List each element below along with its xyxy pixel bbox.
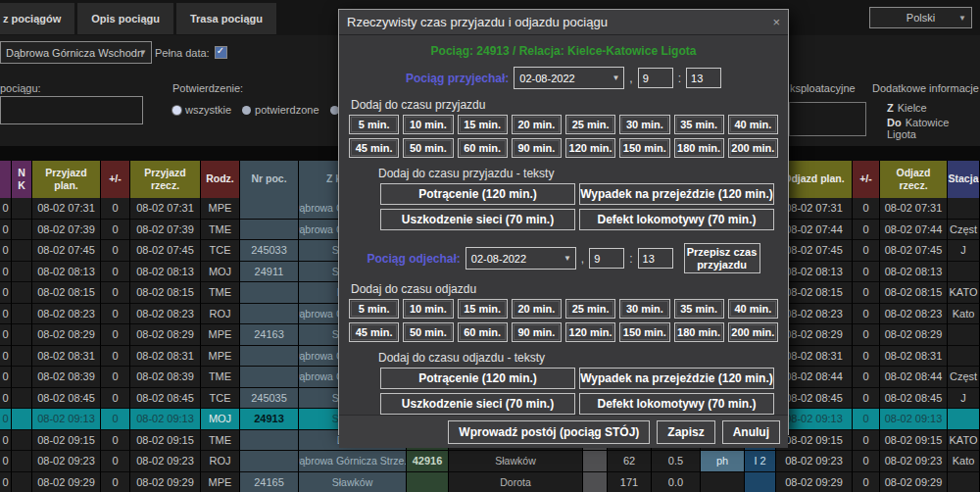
radio-icon[interactable] <box>242 106 251 115</box>
arrival-add-minutes-button[interactable]: 45 min. <box>349 138 399 158</box>
tab-3[interactable]: Trasa pociągu <box>176 3 276 34</box>
arrival-add-minutes-button[interactable]: 30 min. <box>619 115 669 134</box>
departure-add-minutes-button[interactable]: 150 min. <box>619 322 669 342</box>
departure-add-minutes-button[interactable]: 200 min. <box>728 322 778 342</box>
departure-date-select[interactable]: 02-08-2022 ▼ <box>466 247 576 270</box>
train-relation-info: Pociąg: 24913 / Relacja: Kielce-Katowice… <box>349 44 778 58</box>
cell-nr1: 24911 <box>240 262 299 283</box>
arrival-time-row: Pociąg przyjechał: 02-08-2022 ▼ , : <box>349 67 778 89</box>
language-select[interactable]: Polski ▼ <box>869 7 972 28</box>
cell-rodz: MPE <box>201 324 240 346</box>
radio-icon[interactable] <box>172 106 181 115</box>
arrival-minute-input[interactable] <box>686 68 721 88</box>
cell-nk <box>12 240 32 262</box>
departure-add-minutes-button[interactable]: 30 min. <box>619 299 669 319</box>
departure-add-text-button[interactable]: Uszkodzenie sieci (70 min.) <box>380 393 575 415</box>
cell-arr_real: 08-02 09:23 <box>130 451 201 472</box>
departure-add-minutes-button[interactable]: 5 min. <box>349 299 399 319</box>
departure-add-minutes-button[interactable]: 15 min. <box>458 299 508 319</box>
tab-2[interactable]: Opis pociągu <box>77 3 173 34</box>
cell-arr_plan: 08-02 08:23 <box>32 304 101 325</box>
cell-b: 0.0 <box>652 472 701 492</box>
departure-add-minutes-button[interactable]: 20 min. <box>512 299 562 319</box>
arrival-add-text-button[interactable]: Potrącenie (120 min.) <box>380 183 575 205</box>
close-icon[interactable]: × <box>772 15 780 29</box>
station-select[interactable]: Dąbrowa Górnicza Wschodn ▼ <box>0 41 152 64</box>
arrival-add-text-button[interactable]: Uszkodzenie sieci (70 min.) <box>380 209 575 230</box>
arrival-add-minutes-button[interactable]: 120 min. <box>565 138 615 158</box>
comma-separator: , <box>629 72 632 85</box>
cell-dep_real: 08-02 07:31 <box>880 198 948 220</box>
arrival-add-minutes-button[interactable]: 35 min. <box>674 115 724 134</box>
arrival-date-select[interactable]: 02-08-2022 ▼ <box>514 67 624 89</box>
departure-add-minutes-button[interactable]: 25 min. <box>565 299 615 319</box>
full-date-checkbox[interactable] <box>215 46 227 59</box>
cell-arr_plan: 08-02 09:15 <box>32 430 101 452</box>
departure-minute-input[interactable] <box>638 248 673 269</box>
cell-st <box>948 198 980 220</box>
arrival-add-minutes-button[interactable]: 20 min. <box>512 115 562 134</box>
table-row[interactable]: 008-02 09:23008-02 09:23ROJDąbrowa Górni… <box>0 451 980 472</box>
arrival-add-minutes-button[interactable]: 50 min. <box>403 138 453 158</box>
cell-st <box>948 346 980 368</box>
cell-arr_real: 08-02 08:29 <box>130 324 201 346</box>
colon-separator: : <box>629 252 632 266</box>
train-number-input[interactable] <box>0 96 143 124</box>
cell-nk <box>12 451 32 472</box>
arrival-add-minutes-button[interactable]: 150 min. <box>619 138 669 158</box>
cell-arr_real: 08-02 08:13 <box>130 262 201 283</box>
departure-add-minutes-button[interactable]: 35 min. <box>674 299 724 319</box>
arrival-add-minutes-button[interactable]: 40 min. <box>728 115 778 134</box>
copy-arrival-time-button[interactable]: Przepisz czas przyjazdu <box>684 243 760 273</box>
departure-add-minutes-button[interactable]: 90 min. <box>512 322 562 342</box>
cell-rodz: TCE <box>201 240 240 262</box>
cell-c0: 0 <box>0 198 12 220</box>
arrival-add-minutes-button[interactable]: 15 min. <box>458 115 508 134</box>
cell-d1: 0 <box>101 304 130 325</box>
confirmation-option-potwierdzone[interactable]: potwierdzone <box>242 104 318 116</box>
enter-stop-button[interactable]: Wprowadź postój (pociąg STÓJ) <box>448 420 650 444</box>
cancel-button[interactable]: Anuluj <box>722 420 780 444</box>
tab-1[interactable]: z pociągów <box>0 3 74 34</box>
cell-nr1 <box>240 220 299 241</box>
arrival-add-minutes-button[interactable]: 180 min. <box>674 138 724 158</box>
departure-add-text-button[interactable]: Wypadek na przejeździe (120 min.) <box>579 368 774 389</box>
departure-hour-input[interactable] <box>589 248 624 269</box>
save-button[interactable]: Zapisz <box>657 420 714 444</box>
table-row[interactable]: 008-02 09:29008-02 09:29MPE24165SławkówD… <box>0 472 980 492</box>
departure-add-minutes-button[interactable]: 10 min. <box>403 299 453 319</box>
operational-input[interactable] <box>789 102 866 136</box>
departure-add-text-button[interactable]: Potrącenie (120 min.) <box>380 368 575 389</box>
departure-add-text-button[interactable]: Defekt lokomotywy (70 min.) <box>579 393 774 415</box>
arrival-date-value: 02-08-2022 <box>519 73 574 84</box>
cell-mini <box>583 472 608 492</box>
arrival-add-text-button[interactable]: Wypadek na przejeździe (120 min.) <box>579 183 774 205</box>
arrival-add-minutes-button[interactable]: 200 min. <box>728 138 778 158</box>
arrival-add-minutes-button[interactable]: 10 min. <box>403 115 453 134</box>
departure-add-minutes-button[interactable]: 50 min. <box>403 322 453 342</box>
cell-nk <box>12 304 32 325</box>
cell-dep_real: 08-02 09:23 <box>880 451 948 472</box>
cell-mini <box>583 451 608 472</box>
departure-add-minutes-button[interactable]: 180 min. <box>674 322 724 342</box>
departure-add-minutes-button[interactable]: 120 min. <box>565 322 615 342</box>
arrival-add-minutes-button[interactable]: 5 min. <box>349 115 399 134</box>
cell-rodz: ROJ <box>201 451 240 472</box>
arrival-hour-input[interactable] <box>638 68 673 88</box>
departure-add-minutes-button[interactable]: 60 min. <box>458 322 508 342</box>
departure-add-minutes-button[interactable]: 40 min. <box>728 299 778 319</box>
column-header-d1: +/- <box>101 161 130 198</box>
arrival-add-text-button[interactable]: Defekt lokomotywy (70 min.) <box>579 209 774 230</box>
cell-arr_real: 08-02 09:29 <box>130 472 201 492</box>
cell-c0: 0 <box>0 324 12 346</box>
arrival-add-minutes-button[interactable]: 60 min. <box>458 138 508 158</box>
cell-d2: 0 <box>853 346 880 368</box>
confirmation-option-wszystkie[interactable]: wszystkie <box>172 104 231 116</box>
add-texts-departure: Potrącenie (120 min.)Wypadek na przejeźd… <box>380 368 774 415</box>
arrival-add-minutes-button[interactable]: 25 min. <box>565 115 615 134</box>
departure-add-minutes-button[interactable]: 45 min. <box>349 322 399 342</box>
train-number-label: pociągu: <box>0 82 41 94</box>
cell-d1: 0 <box>101 367 130 388</box>
arrival-add-minutes-button[interactable]: 90 min. <box>512 138 562 158</box>
modal-title-bar[interactable]: Rzeczywisty czas przyjazdu i odjazdu poc… <box>339 10 788 35</box>
